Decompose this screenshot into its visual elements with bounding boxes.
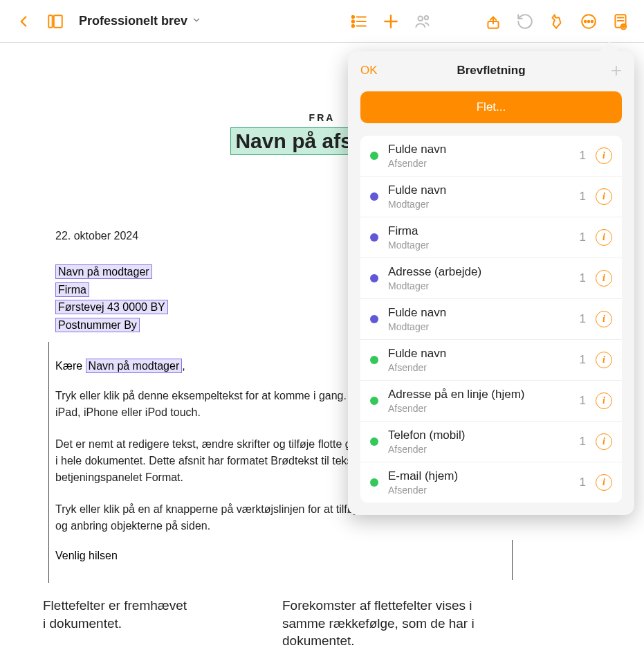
merge-button[interactable]: Flet... <box>360 91 622 123</box>
callout-right: Forekomster af flettefelter vises i samm… <box>282 597 517 650</box>
color-dot <box>370 397 378 405</box>
list-button[interactable] <box>345 8 373 35</box>
color-dot <box>370 192 378 201</box>
svg-point-11 <box>425 15 428 19</box>
recipient-name-field[interactable]: Navn på modtager <box>55 264 152 279</box>
ok-button[interactable]: OK <box>360 64 378 78</box>
merge-field-item[interactable]: Adresse (arbejde)Modtager1i <box>360 258 622 299</box>
merge-field-name: Fulde navn <box>388 306 570 320</box>
merge-field-text: Telefon (mobil)Afsender <box>388 428 570 455</box>
color-dot <box>370 315 378 323</box>
svg-point-16 <box>588 20 590 22</box>
svg-point-2 <box>352 15 354 17</box>
merge-field-item[interactable]: FirmaModtager1i <box>360 217 622 258</box>
info-icon[interactable]: i <box>596 229 612 246</box>
insert-button[interactable] <box>377 8 405 35</box>
merge-field-text: Fulde navnModtager <box>388 306 570 332</box>
info-icon[interactable]: i <box>596 147 612 164</box>
merge-field-count: 1 <box>580 394 586 408</box>
document-options-button[interactable] <box>607 8 634 35</box>
merge-field-name: Telefon (mobil) <box>388 428 570 442</box>
merge-field-item[interactable]: Adresse på en linje (hjem)Afsender1i <box>360 381 622 422</box>
merge-field-text: FirmaModtager <box>388 224 570 251</box>
merge-field-name: Fulde navn <box>388 347 570 361</box>
add-field-button[interactable]: + <box>611 61 622 80</box>
callout-line-right <box>512 540 513 580</box>
merge-field-name: Adresse (arbejde) <box>388 265 570 279</box>
merge-field-list: Fulde navnAfsender1iFulde navnModtager1i… <box>360 136 622 503</box>
info-icon[interactable]: i <box>596 474 612 491</box>
merge-field-role: Modtager <box>388 321 570 332</box>
svg-point-10 <box>418 16 423 21</box>
merge-field-count: 1 <box>580 149 586 163</box>
merge-field-role: Modtager <box>388 240 570 251</box>
popover-title: Brevfletning <box>457 64 525 78</box>
merge-field-name: Fulde navn <box>388 143 570 156</box>
merge-field-count: 1 <box>580 476 586 489</box>
color-dot <box>370 356 378 364</box>
merge-field-count: 1 <box>580 353 586 367</box>
back-button[interactable] <box>10 8 37 35</box>
chevron-down-icon <box>192 15 201 28</box>
svg-point-22 <box>623 26 625 28</box>
color-dot <box>370 437 378 446</box>
merge-field-count: 1 <box>580 312 586 326</box>
merge-field-item[interactable]: Fulde navnAfsender1i <box>360 340 622 381</box>
info-icon[interactable]: i <box>596 270 612 287</box>
view-options-button[interactable] <box>42 8 69 35</box>
format-button[interactable] <box>543 8 571 35</box>
company-field[interactable]: Firma <box>55 282 89 297</box>
merge-field-text: Adresse (arbejde)Modtager <box>388 265 570 291</box>
toolbar: Professionelt brev <box>0 0 644 43</box>
document-title[interactable]: Professionelt brev <box>79 14 201 28</box>
svg-rect-0 <box>48 15 52 27</box>
merge-field-item[interactable]: E-mail (hjem)Afsender1i <box>360 462 622 503</box>
salutation-name-field[interactable]: Navn på modtager <box>86 359 183 373</box>
merge-field-item[interactable]: Telefon (mobil)Afsender1i <box>360 422 622 462</box>
callout-left: Flettefelter er fremhævet i dokumentet. <box>43 597 188 632</box>
document-title-text: Professionelt brev <box>79 14 187 28</box>
svg-point-15 <box>585 20 587 22</box>
more-button[interactable] <box>575 8 602 35</box>
address-field[interactable]: Førstevej 43 0000 BY <box>55 300 168 314</box>
merge-field-item[interactable]: Fulde navnModtager1i <box>360 177 622 217</box>
merge-field-name: Fulde navn <box>388 183 570 197</box>
popover-header: OK Brevfletning + <box>348 51 634 87</box>
merge-field-text: Fulde navnAfsender <box>388 143 570 169</box>
merge-field-count: 1 <box>580 435 586 449</box>
postal-city-field[interactable]: Postnummer By <box>55 318 140 332</box>
merge-field-text: Fulde navnAfsender <box>388 347 570 373</box>
mail-merge-popover: OK Brevfletning + Flet... Fulde navnAfse… <box>348 51 634 515</box>
merge-field-role: Afsender <box>388 362 570 373</box>
svg-point-17 <box>591 20 594 22</box>
merge-field-item[interactable]: Fulde navnAfsender1i <box>360 136 622 177</box>
merge-field-text: Adresse på en linje (hjem)Afsender <box>388 388 570 414</box>
info-icon[interactable]: i <box>596 188 612 205</box>
merge-field-role: Modtager <box>388 280 570 291</box>
merge-field-name: E-mail (hjem) <box>388 469 570 483</box>
color-dot <box>370 274 378 282</box>
merge-field-name: Firma <box>388 224 570 238</box>
merge-field-role: Afsender <box>388 158 570 169</box>
merge-field-text: E-mail (hjem)Afsender <box>388 469 570 496</box>
merge-field-count: 1 <box>580 231 586 244</box>
merge-field-role: Afsender <box>388 403 570 414</box>
merge-field-name: Adresse på en linje (hjem) <box>388 388 570 401</box>
undo-button[interactable] <box>511 8 539 35</box>
info-icon[interactable]: i <box>596 392 612 409</box>
share-button[interactable] <box>479 8 507 35</box>
svg-rect-1 <box>54 15 62 27</box>
color-dot <box>370 233 378 242</box>
merge-field-item[interactable]: Fulde navnModtager1i <box>360 299 622 340</box>
merge-field-role: Afsender <box>388 444 570 455</box>
info-icon[interactable]: i <box>596 311 612 327</box>
info-icon[interactable]: i <box>596 352 612 368</box>
merge-field-role: Afsender <box>388 485 570 496</box>
merge-field-count: 1 <box>580 190 586 204</box>
color-dot <box>370 152 378 160</box>
collaborate-button[interactable] <box>409 8 436 35</box>
closing: Venlig hilsen <box>55 550 589 562</box>
merge-field-role: Modtager <box>388 199 570 210</box>
callout-line-left <box>48 342 49 583</box>
info-icon[interactable]: i <box>596 433 612 450</box>
